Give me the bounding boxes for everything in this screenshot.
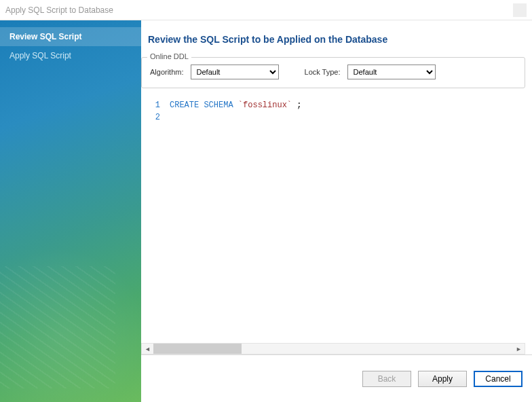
algorithm-select[interactable]: Default	[191, 65, 279, 79]
sidebar-item-apply[interactable]: Apply SQL Script	[0, 46, 141, 65]
sql-editor[interactable]: 1 2 CREATE SCHEMA `fosslinux` ;	[141, 99, 525, 339]
sidebar-item-review[interactable]: Review SQL Script	[0, 27, 141, 46]
line-number: 2	[141, 111, 160, 124]
titlebar-text: Apply SQL Script to Database	[5, 5, 513, 15]
online-ddl-legend: Online DDL	[147, 52, 191, 60]
online-ddl-group: Online DDL Algorithm: Default Lock Type:…	[141, 57, 525, 88]
editor-gutter: 1 2	[141, 99, 170, 339]
sidebar-item-label: Review SQL Script	[10, 32, 81, 41]
locktype-label: Lock Type:	[305, 68, 341, 76]
editor-code[interactable]: CREATE SCHEMA `fosslinux` ;	[170, 99, 525, 339]
code-line: CREATE SCHEMA `fosslinux` ;	[170, 99, 525, 111]
locktype-select[interactable]: Default	[347, 65, 436, 79]
sidebar: Review SQL Script Apply SQL Script	[0, 20, 141, 402]
scroll-track[interactable]	[153, 344, 513, 354]
main: Review SQL Script Apply SQL Script Revie…	[0, 20, 532, 402]
scroll-left-icon[interactable]: ◄	[142, 344, 153, 354]
back-button: Back	[362, 371, 411, 387]
content: Review the SQL Script to be Applied on t…	[141, 20, 532, 402]
apply-button[interactable]: Apply	[418, 371, 467, 387]
scroll-thumb[interactable]	[153, 344, 242, 354]
cancel-button[interactable]: Cancel	[474, 371, 522, 387]
sidebar-item-label: Apply SQL Script	[10, 51, 71, 60]
algorithm-label: Algorithm:	[150, 68, 184, 76]
close-icon[interactable]	[513, 3, 527, 17]
titlebar: Apply SQL Script to Database	[0, 0, 532, 20]
ddl-row: Algorithm: Default Lock Type: Default	[150, 65, 516, 79]
footer: Back Apply Cancel	[141, 354, 532, 402]
scroll-right-icon[interactable]: ►	[513, 344, 525, 354]
page-title: Review the SQL Script to be Applied on t…	[141, 20, 532, 57]
horizontal-scrollbar[interactable]: ◄ ►	[141, 343, 525, 354]
code-line	[170, 111, 525, 124]
line-number: 1	[141, 99, 160, 111]
